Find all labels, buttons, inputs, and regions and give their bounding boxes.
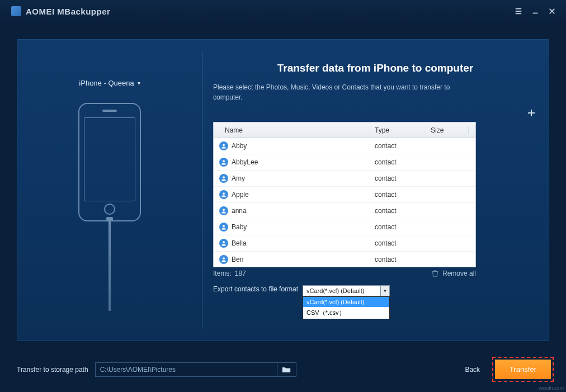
svg-point-2 <box>223 176 225 178</box>
app-logo-icon <box>11 6 21 16</box>
row-type: contact <box>370 142 426 150</box>
storage-path-value: C:\Users\AOMEI\Pictures <box>96 366 277 374</box>
export-option-csv[interactable]: CSV（*.csv） <box>303 307 389 319</box>
remove-all-button[interactable]: Remove all <box>442 270 476 277</box>
export-option-vcf[interactable]: vCard(*.vcf) (Default) <box>303 297 389 307</box>
device-selector[interactable]: iPhone - Queena ▾ <box>54 79 166 87</box>
minimize-button[interactable] <box>527 3 544 20</box>
items-count-value: 187 <box>235 270 246 277</box>
table-row[interactable]: annacontact <box>214 203 475 219</box>
row-type: contact <box>370 239 426 247</box>
clear-items-button[interactable] <box>431 270 439 277</box>
row-name: Ben <box>232 256 243 263</box>
content-column: Transfer data from iPhone to computer Pl… <box>213 40 537 341</box>
close-button[interactable] <box>544 3 560 20</box>
svg-point-0 <box>223 144 225 146</box>
row-name: Baby <box>232 223 247 231</box>
back-button[interactable]: Back <box>459 362 485 377</box>
row-name: Amy <box>232 174 245 182</box>
row-name: Bella <box>232 239 247 247</box>
watermark: wsxdn.com <box>539 385 564 391</box>
row-type: contact <box>370 256 426 263</box>
phone-illustration <box>78 103 141 221</box>
vertical-divider <box>202 51 202 329</box>
contact-icon <box>219 158 228 167</box>
storage-path-label: Transfer to storage path <box>17 366 88 374</box>
storage-path-box: C:\Users\AOMEI\Pictures <box>95 362 296 377</box>
row-type: contact <box>370 191 426 199</box>
contact-icon <box>219 141 228 150</box>
table-body: AbbycontactAbbyLeecontactAmycontactApple… <box>214 138 475 267</box>
export-label: Export contacts to file format <box>213 285 298 293</box>
table-header: Name Type Size <box>214 122 475 138</box>
svg-point-5 <box>223 225 225 227</box>
titlebar: AOMEI MBackupper <box>0 0 566 22</box>
row-type: contact <box>370 174 426 182</box>
export-format-value: vCard(*.vcf) (Default) <box>303 285 381 296</box>
menu-list-button[interactable] <box>510 3 527 20</box>
svg-point-3 <box>223 192 225 195</box>
row-name: Abby <box>232 142 247 150</box>
row-type: contact <box>370 223 426 231</box>
combo-dropdown-button[interactable]: ▼ <box>381 285 390 296</box>
table-row[interactable]: Bellacontact <box>214 235 475 252</box>
table-row[interactable]: Babycontact <box>214 219 475 235</box>
export-row: Export contacts to file format vCard(*.v… <box>213 285 537 296</box>
cable-illustration <box>109 221 111 311</box>
export-format-dropdown: vCard(*.vcf) (Default) CSV（*.csv） <box>303 296 390 319</box>
page-subline: Please select the Photos, Music, Videos … <box>213 82 470 102</box>
main-panel: iPhone - Queena ▾ Transfer data from iPh… <box>17 39 549 341</box>
svg-point-4 <box>223 209 225 211</box>
svg-point-1 <box>223 160 225 162</box>
export-format-combo[interactable]: vCard(*.vcf) (Default) ▼ vCard(*.vcf) (D… <box>303 285 390 296</box>
app-title: AOMEI MBackupper <box>26 7 110 16</box>
row-type: contact <box>370 207 426 215</box>
contact-icon <box>219 174 228 183</box>
page-headline: Transfer data from iPhone to computer <box>213 62 537 74</box>
contact-icon <box>219 190 228 199</box>
svg-point-6 <box>223 241 225 243</box>
table-row[interactable]: AbbyLeecontact <box>214 154 475 171</box>
contact-icon <box>219 223 228 232</box>
browse-folder-button[interactable] <box>277 363 296 376</box>
chevron-down-icon: ▾ <box>138 80 140 86</box>
contact-icon <box>219 239 228 248</box>
table-row[interactable]: Applecontact <box>214 187 475 203</box>
svg-point-7 <box>223 257 225 259</box>
transfer-highlight: Transfer <box>492 357 554 382</box>
table-row[interactable]: Abbycontact <box>214 138 475 154</box>
contact-icon <box>219 255 228 264</box>
table-row[interactable]: Amycontact <box>214 171 475 187</box>
table-row[interactable]: Bencontact <box>214 252 475 267</box>
device-column: iPhone - Queena ▾ <box>17 40 202 341</box>
row-type: contact <box>370 158 426 166</box>
contact-icon <box>219 206 228 215</box>
items-table: Name Type Size AbbycontactAbbyLeecontact… <box>213 122 476 267</box>
table-footer: Items: 187 Remove all <box>213 270 476 277</box>
col-name[interactable]: Name <box>214 126 370 134</box>
row-name: anna <box>232 207 247 215</box>
row-name: Apple <box>232 191 249 199</box>
device-label: iPhone - Queena <box>79 79 134 87</box>
footer-bar: Transfer to storage path C:\Users\AOMEI\… <box>17 357 554 382</box>
transfer-button[interactable]: Transfer <box>495 360 551 379</box>
add-items-button[interactable] <box>525 107 537 119</box>
col-type[interactable]: Type <box>370 126 426 134</box>
row-name: AbbyLee <box>232 158 258 166</box>
col-size[interactable]: Size <box>426 126 469 134</box>
items-count-label: Items: <box>213 270 232 277</box>
